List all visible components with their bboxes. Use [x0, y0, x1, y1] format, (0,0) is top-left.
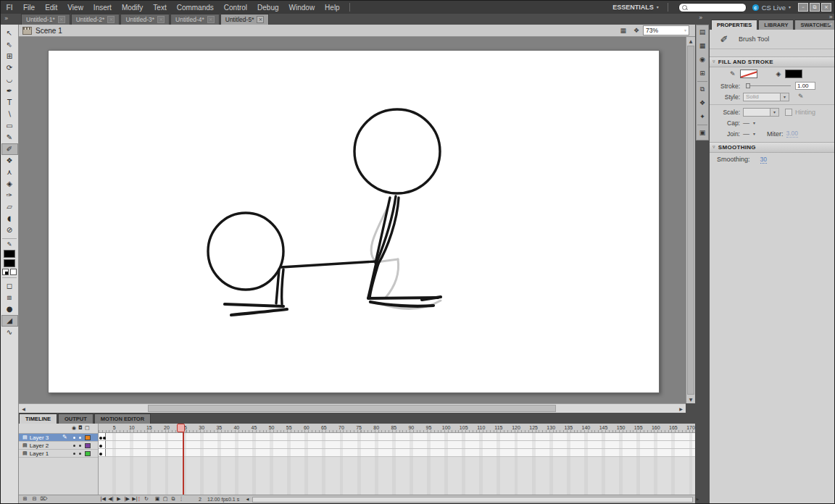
playhead-marker[interactable]	[177, 424, 185, 432]
layer-frames-row[interactable]	[99, 449, 695, 457]
onion-skin-outlines-button[interactable]: ⧉	[170, 496, 177, 503]
swap-colors-button[interactable]	[10, 269, 17, 275]
keyframe-dot[interactable]	[103, 437, 106, 440]
cap-value[interactable]: —	[743, 119, 749, 127]
lock-fill-option[interactable]: ⧈	[1, 292, 18, 303]
frames-scroll-right-icon[interactable]: ▶	[694, 496, 701, 503]
vertical-scrollbar[interactable]: ▲ ▼	[686, 37, 695, 403]
document-tab[interactable]: Untitled-2*×	[71, 14, 120, 25]
scroll-down-icon[interactable]: ▼	[686, 395, 695, 403]
document-tab[interactable]: Untitled-3*×	[120, 14, 170, 25]
tab-timeline[interactable]: TIMELINE	[19, 413, 57, 424]
layer-name[interactable]: Layer 2	[30, 442, 49, 449]
tab-properties[interactable]: PROPERTIES	[711, 20, 757, 30]
timeline-empty-area[interactable]	[99, 457, 695, 495]
keyframe-dot[interactable]	[99, 453, 102, 455]
vertical-scrollbar-thumb[interactable]	[687, 46, 694, 395]
layer-outline-color-swatch[interactable]	[85, 435, 91, 440]
layer-lock-dot[interactable]	[79, 445, 81, 447]
pasteboard[interactable]	[19, 37, 686, 403]
frame-span[interactable]	[99, 433, 106, 440]
deco-tool[interactable]: ❖	[1, 155, 18, 167]
paint-bucket-tool[interactable]: ◈	[1, 178, 18, 190]
menu-view[interactable]: View	[62, 1, 88, 14]
loop-button[interactable]: ↻	[143, 496, 150, 503]
close-tab-icon[interactable]: ×	[107, 16, 115, 23]
fill-color-swatch[interactable]	[4, 259, 15, 267]
menu-insert[interactable]: Insert	[88, 1, 117, 14]
smoothing-section-header[interactable]: ▿ SMOOTHING	[710, 142, 835, 153]
menu-control[interactable]: Control	[219, 1, 252, 14]
stroke-weight-slider[interactable]	[746, 85, 791, 86]
dock-info-panel-icon[interactable]: ◉	[697, 53, 708, 67]
timeline-ruler[interactable]: 5101520253035404550556065707580859095100…	[99, 424, 695, 433]
layer-outline-color-swatch[interactable]	[85, 443, 91, 448]
layer-row[interactable]: ▤Layer 3✎	[19, 434, 98, 442]
eyedropper-tool[interactable]: ✑	[1, 190, 18, 201]
line-tool[interactable]: ∖	[1, 109, 18, 120]
text-tool[interactable]: T	[1, 97, 18, 109]
pencil-tool[interactable]: ✎	[1, 132, 18, 143]
menu-file[interactable]: File	[18, 1, 40, 14]
frame-span[interactable]	[99, 449, 106, 456]
rectangle-tool[interactable]: ▭	[1, 120, 18, 132]
scroll-right-icon[interactable]: ▶	[677, 405, 685, 413]
dock-align-panel-icon[interactable]: ▦	[697, 39, 708, 53]
layer-lock-dot[interactable]	[79, 453, 81, 455]
miter-value[interactable]: 3.00	[786, 130, 799, 138]
fill-color-chip[interactable]	[785, 70, 802, 78]
dock-project-panel-icon[interactable]: ▣	[697, 126, 708, 140]
menu-commands[interactable]: Commands	[172, 1, 219, 14]
goto-first-frame-button[interactable]: |◀	[99, 496, 107, 503]
collapse-toolbar-icon[interactable]: »	[4, 15, 9, 22]
workspace-switcher-button[interactable]: ESSENTIALS ▾	[608, 4, 663, 11]
keyframe-dot[interactable]	[99, 437, 102, 440]
edit-stroke-style-icon[interactable]: ✎	[798, 93, 804, 100]
free-transform-tool[interactable]: ⊞	[1, 51, 18, 62]
close-tab-icon[interactable]: ×	[257, 16, 264, 23]
timeline-frames-area[interactable]: 5101520253035404550556065707580859095100…	[99, 424, 695, 495]
layer-visibility-dot[interactable]	[73, 437, 75, 439]
bone-tool[interactable]: ⋏	[1, 167, 18, 178]
slider-thumb[interactable]	[746, 83, 750, 88]
close-tab-icon[interactable]: ×	[58, 16, 65, 23]
layer-row[interactable]: ▤Layer 1	[19, 450, 98, 458]
zoom-tool[interactable]: ⊘	[1, 224, 18, 236]
smoothing-value[interactable]: 30	[760, 156, 767, 164]
selection-tool[interactable]: ↖	[1, 28, 18, 39]
black-and-white-button[interactable]	[2, 269, 9, 275]
fill-and-stroke-section-header[interactable]: ▿ FILL AND STROKE	[710, 56, 835, 67]
hinting-checkbox[interactable]	[785, 109, 792, 116]
scroll-left-icon[interactable]: ◀	[20, 405, 28, 413]
outline-all-layers-icon[interactable]: □	[85, 426, 90, 431]
minimize-button[interactable]: –	[798, 3, 808, 12]
stroke-color-swatch[interactable]	[4, 250, 15, 258]
horizontal-scrollbar-thumb[interactable]	[148, 405, 556, 412]
layer-name[interactable]: Layer 3	[30, 434, 49, 441]
dock-motion-presets-panel-icon[interactable]: ✦	[697, 110, 708, 124]
step-back-button[interactable]: ◀|	[107, 496, 115, 503]
edit-symbol-button[interactable]: ❖	[633, 28, 639, 34]
smoothing-option[interactable]: ∿	[1, 327, 18, 338]
subselection-tool[interactable]: ⇖	[1, 39, 18, 51]
lock-all-layers-icon[interactable]: ◘	[78, 426, 83, 431]
play-button[interactable]: ▶	[115, 496, 122, 503]
edit-multiple-frames-button[interactable]: ⋮	[178, 496, 185, 503]
edit-scene-button[interactable]: ▦	[620, 28, 626, 34]
search-input[interactable]	[678, 3, 747, 12]
scale-select[interactable]: ▾	[743, 108, 779, 117]
show-hide-all-layers-icon[interactable]: ◉	[72, 426, 76, 431]
frame-span[interactable]	[99, 441, 106, 448]
close-tab-icon[interactable]: ×	[157, 16, 165, 23]
horizontal-scrollbar[interactable]: ◀ ▶	[19, 403, 686, 413]
menu-help[interactable]: Help	[320, 1, 345, 14]
layer-name[interactable]: Layer 1	[30, 450, 49, 457]
chevron-down-icon[interactable]: ▾	[753, 121, 755, 125]
menu-text[interactable]: Text	[148, 1, 171, 14]
layer-visibility-dot[interactable]	[73, 453, 75, 455]
eraser-tool[interactable]: ▱	[1, 201, 18, 213]
document-tab[interactable]: Untitled-5*×	[220, 14, 270, 25]
brush-tool[interactable]: ✐	[1, 143, 18, 155]
layer-frames-row[interactable]	[99, 441, 695, 449]
onion-skin-button[interactable]: ▢	[162, 496, 169, 503]
